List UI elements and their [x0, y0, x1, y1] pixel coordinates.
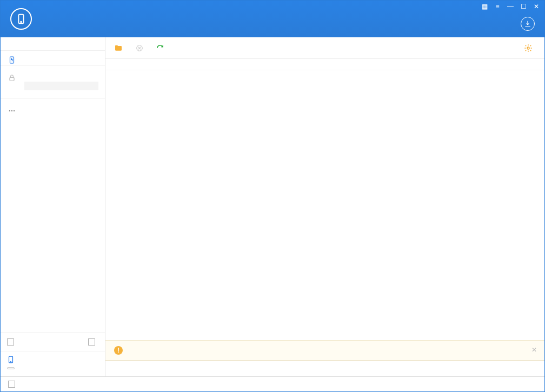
logo-icon: [10, 8, 32, 30]
main: ! ✕: [1, 37, 544, 376]
separator: [1, 65, 105, 65]
alert-close-icon[interactable]: ✕: [531, 346, 537, 354]
menu-icon[interactable]: ▦: [481, 3, 488, 10]
device-panel[interactable]: [1, 351, 105, 376]
table-header: [105, 59, 544, 70]
device-capacity: [7, 367, 15, 369]
content: ! ✕: [105, 37, 544, 376]
minimize-icon[interactable]: —: [507, 3, 514, 10]
sidebar-jailbreak-header: [1, 69, 105, 79]
open-folder-button[interactable]: [114, 44, 126, 52]
block-itunes-toggle[interactable]: [8, 381, 18, 388]
svg-rect-3: [10, 77, 14, 81]
separator: [1, 98, 105, 98]
skip-guide-checkbox[interactable]: [88, 338, 95, 346]
svg-point-10: [527, 47, 529, 49]
refresh-button[interactable]: [156, 44, 167, 52]
delete-button: [136, 44, 147, 52]
close-icon[interactable]: ✕: [533, 3, 540, 10]
list-icon[interactable]: ≡: [494, 3, 501, 10]
downloads-button[interactable]: [521, 17, 535, 31]
statusbar: [1, 376, 544, 391]
flash-options: [105, 361, 544, 376]
sidebar-more-header[interactable]: [1, 102, 105, 112]
svg-point-5: [11, 110, 12, 111]
gear-icon: [524, 44, 533, 52]
jailbreak-note: [24, 82, 98, 90]
refresh-icon: [156, 44, 164, 52]
svg-point-4: [9, 110, 10, 111]
window-controls: ▦ ≡ — ☐ ✕: [481, 3, 540, 10]
svg-point-6: [14, 110, 15, 111]
auto-activate-checkbox[interactable]: [7, 338, 14, 346]
device-icon: [7, 356, 15, 363]
sidebar-flash-header[interactable]: [1, 51, 105, 62]
titlebar: ▦ ≡ — ☐ ✕: [1, 1, 544, 37]
flash-settings-button[interactable]: [524, 44, 536, 52]
logo: [1, 8, 47, 30]
appleid-alert: ! ✕: [105, 340, 544, 361]
auto-activate-row: [1, 333, 105, 351]
block-itunes-checkbox[interactable]: [8, 381, 15, 388]
toolbar: [105, 37, 544, 59]
connection-status: [1, 37, 105, 51]
svg-point-8: [10, 362, 11, 362]
folder-icon: [114, 44, 123, 52]
sidebar-bottom: [1, 333, 105, 376]
more-icon: [8, 107, 16, 115]
sidebar: [1, 37, 105, 376]
maximize-icon[interactable]: ☐: [520, 3, 527, 10]
svg-point-1: [21, 22, 22, 23]
flash-icon: [8, 56, 16, 64]
delete-icon: [136, 44, 143, 52]
lock-icon: [8, 74, 16, 82]
warning-icon: !: [114, 346, 123, 355]
